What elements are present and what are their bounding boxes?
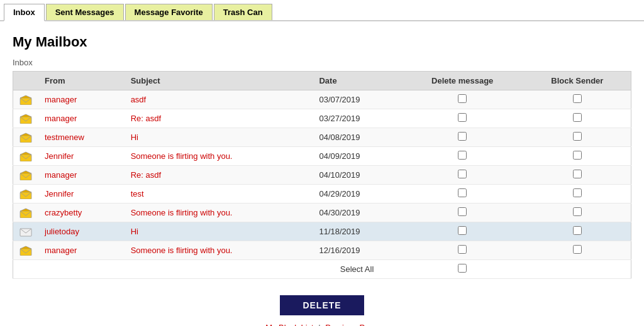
main-content: My Mailbox Inbox From Subject Date Delet… (0, 21, 644, 285)
delete-checkbox[interactable] (458, 245, 467, 254)
date-cell: 11/18/2019 (313, 222, 401, 241)
date-cell: 04/09/2019 (313, 147, 401, 166)
header-delete: Delete message (401, 72, 524, 90)
from-link[interactable]: Jennifer (45, 189, 74, 198)
subject-link[interactable]: Someone is flirting with you. (131, 208, 233, 217)
from-link[interactable]: crazybetty (45, 208, 82, 217)
date-cell: 04/30/2019 (313, 204, 401, 222)
subject-link[interactable]: Re: asdf (131, 170, 161, 180)
footer-link-prev-page[interactable]: Previous Page (325, 323, 379, 326)
delete-checkbox[interactable] (458, 207, 467, 216)
select-all-checkbox-cell (401, 260, 524, 279)
mail-icon-cell (13, 147, 39, 166)
delete-checkbox[interactable] (458, 188, 467, 197)
table-header: From Subject Date Delete message Block S… (13, 72, 631, 90)
subject-link[interactable]: Re: asdf (131, 114, 161, 123)
date-cell: 03/07/2019 (313, 90, 401, 109)
from-link[interactable]: testmenew (45, 133, 84, 142)
header-row: From Subject Date Delete message Block S… (13, 72, 631, 90)
delete-cell (401, 185, 524, 204)
tab-sent[interactable]: Sent Messages (46, 4, 124, 20)
header-icon (13, 72, 39, 90)
table-row: testmenewHi04/08/2019 (13, 128, 631, 147)
from-cell: manager (38, 109, 125, 128)
open-mail-icon (19, 114, 32, 124)
from-cell: manager (38, 90, 125, 109)
mail-icon-cell (13, 222, 39, 241)
block-cell (524, 166, 631, 185)
table-row: managerasdf03/07/2019 (13, 90, 631, 109)
block-checkbox[interactable] (573, 207, 582, 216)
tab-favorites[interactable]: Message Favorite (125, 4, 213, 20)
from-link[interactable]: Jennifer (45, 151, 74, 161)
block-cell (524, 204, 631, 222)
block-checkbox[interactable] (573, 226, 582, 235)
from-cell: Jennifer (38, 185, 125, 204)
block-checkbox[interactable] (573, 94, 582, 103)
block-checkbox[interactable] (573, 188, 582, 197)
inbox-table: From Subject Date Delete message Block S… (13, 71, 631, 279)
delete-cell (401, 166, 524, 185)
subject-cell: Someone is flirting with you. (125, 241, 313, 260)
footer-link-block-list[interactable]: My Block List (265, 323, 314, 326)
open-mail-icon (19, 95, 32, 105)
delete-checkbox[interactable] (458, 113, 467, 122)
subject-cell: Re: asdf (125, 166, 313, 185)
mail-icon-cell (13, 241, 39, 260)
from-link[interactable]: manager (45, 114, 77, 123)
open-mail-icon (19, 189, 32, 199)
from-cell: testmenew (38, 128, 125, 147)
mail-icon-cell (13, 128, 39, 147)
delete-checkbox[interactable] (458, 94, 467, 103)
table-row: JenniferSomeone is flirting with you.04/… (13, 147, 631, 166)
table-row: julietodayHi11/18/2019 (13, 222, 631, 241)
subject-link[interactable]: asdf (131, 95, 147, 104)
mail-icon-cell (13, 90, 39, 109)
date-cell: 04/08/2019 (313, 128, 401, 147)
open-mail-icon (19, 170, 32, 180)
block-cell (524, 222, 631, 241)
from-link[interactable]: manager (45, 95, 77, 104)
subject-link[interactable]: Hi (131, 133, 138, 142)
open-mail-icon (19, 151, 32, 161)
subject-link[interactable]: Someone is flirting with you. (131, 151, 233, 161)
subject-link[interactable]: Hi (131, 227, 138, 236)
block-cell (524, 90, 631, 109)
from-link[interactable]: julietoday (45, 227, 79, 236)
delete-cell (401, 241, 524, 260)
block-checkbox[interactable] (573, 151, 582, 160)
from-link[interactable]: manager (45, 170, 77, 180)
subject-cell: Someone is flirting with you. (125, 147, 313, 166)
delete-checkbox[interactable] (458, 132, 467, 141)
table-row: managerSomeone is flirting with you.12/1… (13, 241, 631, 260)
date-cell: 12/16/2019 (313, 241, 401, 260)
block-checkbox[interactable] (573, 245, 582, 254)
delete-cell (401, 109, 524, 128)
subject-link[interactable]: Someone is flirting with you. (131, 246, 233, 255)
block-cell (524, 109, 631, 128)
table-row: managerRe: asdf03/27/2019 (13, 109, 631, 128)
select-all-label: Select All (313, 260, 401, 279)
block-checkbox[interactable] (573, 132, 582, 141)
delete-checkbox[interactable] (458, 151, 467, 160)
block-checkbox[interactable] (573, 170, 582, 178)
block-checkbox[interactable] (573, 113, 582, 122)
subject-link[interactable]: test (131, 189, 144, 198)
block-cell (524, 185, 631, 204)
tab-inbox[interactable]: Inbox (4, 4, 45, 21)
mail-icon-cell (13, 109, 39, 128)
select-all-checkbox[interactable] (458, 264, 467, 273)
date-cell: 04/29/2019 (313, 185, 401, 204)
from-cell: crazybetty (38, 204, 125, 222)
delete-checkbox[interactable] (458, 226, 467, 235)
subject-cell: Hi (125, 222, 313, 241)
delete-button[interactable]: DELETE (280, 295, 364, 315)
table-row: managerRe: asdf04/10/2019 (13, 166, 631, 185)
delete-checkbox[interactable] (458, 170, 467, 178)
tab-trash[interactable]: Trash Can (214, 4, 272, 20)
select-all-row: Select All (13, 260, 631, 279)
from-link[interactable]: manager (45, 246, 77, 255)
delete-cell (401, 222, 524, 241)
subject-cell: asdf (125, 90, 313, 109)
select-all-empty (13, 260, 313, 279)
